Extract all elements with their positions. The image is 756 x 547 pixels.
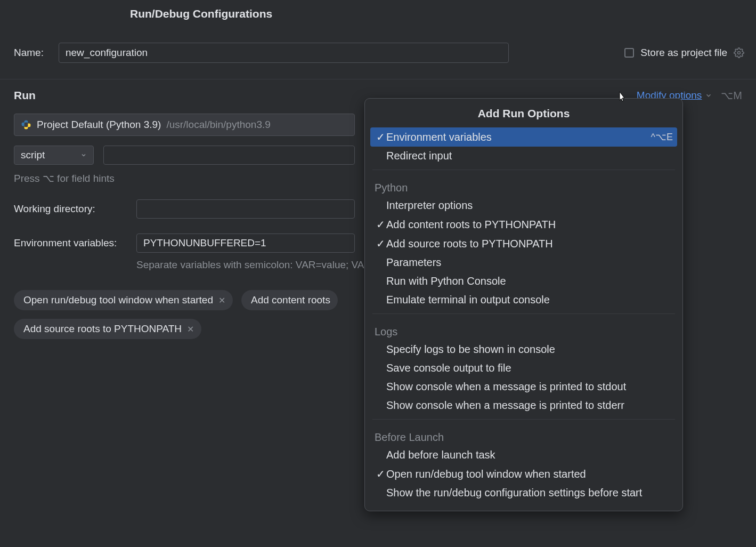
popup-item-show-console-stderr[interactable]: Show console when a message is printed t… <box>365 396 682 415</box>
chip-add-content-roots[interactable]: Add content roots <box>241 290 338 310</box>
chip-open-tool-window[interactable]: Open run/debug tool window when started … <box>14 290 233 310</box>
name-label: Name: <box>14 47 44 59</box>
popup-divider <box>372 170 675 170</box>
popup-item-specify-logs[interactable]: Specify logs to be shown in console <box>365 340 682 359</box>
environment-variables-input[interactable] <box>136 234 355 253</box>
chevron-down-icon <box>705 92 712 99</box>
check-icon: ✓ <box>375 237 386 250</box>
popup-item-label: Environment variables <box>386 131 651 143</box>
popup-item-label: Parameters <box>386 256 673 269</box>
popup-item-open-tool-window[interactable]: ✓ Open run/debug tool window when starte… <box>365 464 682 484</box>
popup-item-label: Save console output to file <box>386 362 673 374</box>
chip-label: Open run/debug tool window when started <box>23 294 213 306</box>
run-section-label: Run <box>14 89 36 102</box>
popup-item-label: Open run/debug tool window when started <box>386 468 673 480</box>
script-path-input[interactable] <box>103 146 355 165</box>
chip-add-source-roots[interactable]: Add source roots to PYTHONPATH ✕ <box>14 319 201 339</box>
popup-item-label: Run with Python Console <box>386 275 673 287</box>
popup-divider <box>372 313 675 314</box>
chip-label: Add content roots <box>251 294 330 306</box>
popup-item-label: Add source roots to PYTHONPATH <box>386 238 673 250</box>
popup-item-redirect-input[interactable]: Redirect input <box>365 147 682 165</box>
popup-item-parameters[interactable]: Parameters <box>365 253 682 272</box>
close-icon[interactable]: ✕ <box>187 324 194 334</box>
svg-point-0 <box>738 52 741 54</box>
store-as-project-file-checkbox[interactable] <box>624 48 634 58</box>
dialog-title: Run/Debug Configurations <box>0 0 756 20</box>
popup-item-add-content-roots[interactable]: ✓ Add content roots to PYTHONPATH <box>365 215 682 234</box>
interpreter-path: /usr/local/bin/python3.9 <box>166 119 270 131</box>
popup-item-interpreter-options[interactable]: Interpreter options <box>365 196 682 215</box>
popup-item-add-source-roots[interactable]: ✓ Add source roots to PYTHONPATH <box>365 234 682 253</box>
name-input[interactable] <box>59 43 509 63</box>
popup-section-before-launch: Before Launch <box>365 424 682 446</box>
store-as-project-file-label: Store as project file <box>640 47 727 59</box>
popup-item-label: Interpreter options <box>386 199 673 212</box>
popup-item-show-console-stdout[interactable]: Show console when a message is printed t… <box>365 377 682 396</box>
working-directory-input[interactable] <box>136 199 355 219</box>
popup-item-save-console-output[interactable]: Save console output to file <box>365 359 682 377</box>
popup-item-show-config-settings[interactable]: Show the run/debug configuration setting… <box>365 484 682 502</box>
popup-item-label: Show the run/debug configuration setting… <box>386 487 673 499</box>
gear-icon[interactable] <box>734 47 744 58</box>
popup-item-label: Add content roots to PYTHONPATH <box>386 219 673 231</box>
popup-item-emulate-terminal[interactable]: Emulate terminal in output console <box>365 291 682 309</box>
environment-variables-label: Environment variables: <box>14 237 136 249</box>
popup-item-label: Show console when a message is printed t… <box>386 399 673 412</box>
popup-item-environment-variables[interactable]: ✓ Environment variables ^⌥E <box>370 127 677 147</box>
popup-item-label: Redirect input <box>386 150 673 162</box>
script-type-value: script <box>21 149 45 161</box>
popup-item-label: Show console when a message is printed t… <box>386 381 673 393</box>
modify-options-shortcut: ⌥M <box>721 89 742 102</box>
interpreter-name: Project Default (Python 3.9) <box>37 119 161 131</box>
working-directory-label: Working directory: <box>14 203 136 215</box>
popup-item-label: Emulate terminal in output console <box>386 294 673 306</box>
popup-item-shortcut: ^⌥E <box>651 131 673 143</box>
popup-item-run-with-python-console[interactable]: Run with Python Console <box>365 272 682 291</box>
python-icon <box>21 119 31 130</box>
popup-section-python: Python <box>365 174 682 196</box>
popup-item-label: Specify logs to be shown in console <box>386 343 673 356</box>
close-icon[interactable]: ✕ <box>218 295 225 305</box>
cursor-pointer-icon <box>615 91 628 103</box>
script-type-select[interactable]: script <box>14 146 94 165</box>
check-icon: ✓ <box>375 218 386 231</box>
chip-label: Add source roots to PYTHONPATH <box>23 323 182 335</box>
interpreter-selector[interactable]: Project Default (Python 3.9) /usr/local/… <box>14 114 355 136</box>
popup-title: Add Run Options <box>365 99 682 127</box>
popup-item-label: Add before launch task <box>386 449 673 461</box>
add-run-options-popup: Add Run Options ✓ Environment variables … <box>364 98 683 511</box>
check-icon: ✓ <box>375 468 386 480</box>
popup-divider <box>372 419 675 420</box>
option-chips: Open run/debug tool window when started … <box>14 290 355 339</box>
chevron-down-icon <box>80 152 87 158</box>
check-icon: ✓ <box>375 131 386 143</box>
popup-section-logs: Logs <box>365 318 682 340</box>
popup-item-add-before-launch-task[interactable]: Add before launch task <box>365 446 682 464</box>
